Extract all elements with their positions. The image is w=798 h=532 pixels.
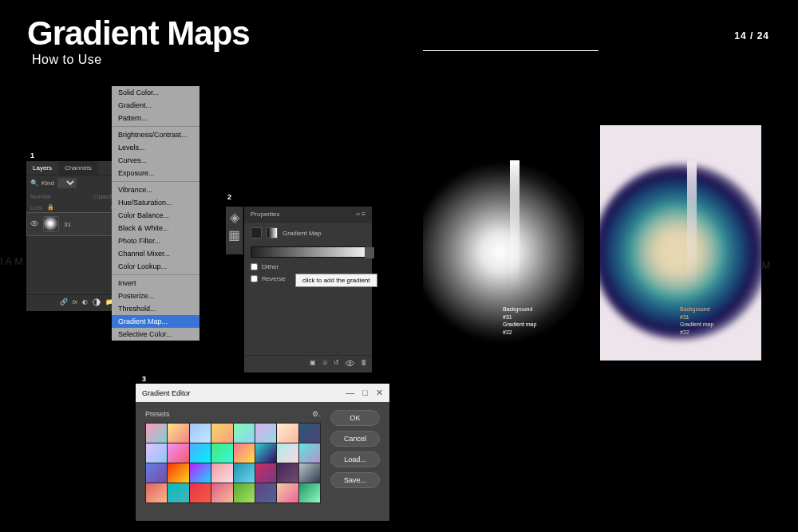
preview-after: after Background #31 Gradient map #22 (600, 125, 761, 361)
clip-icon[interactable]: ▣ (310, 359, 316, 369)
menu-item[interactable]: Posterize... (112, 290, 200, 302)
gradient-swatch[interactable] (190, 424, 211, 443)
layer-name[interactable]: 31 (64, 221, 71, 228)
gradient-swatch[interactable] (234, 443, 255, 463)
adjustment-layer-icon[interactable] (93, 298, 101, 308)
cancel-button[interactable]: Cancel (330, 431, 380, 447)
slit-graphic (687, 160, 697, 290)
divider (423, 50, 598, 51)
gradient-swatch[interactable] (277, 483, 298, 502)
visibility-icon[interactable] (346, 359, 354, 369)
properties-side-tools: ◈ ▦ (226, 207, 243, 254)
menu-item[interactable]: Vibrance... (112, 183, 200, 196)
load-button[interactable]: Load... (330, 451, 380, 467)
tab-channels[interactable]: Channels (58, 161, 98, 175)
gradient-swatch[interactable] (146, 443, 167, 463)
save-button[interactable]: Save... (330, 472, 380, 488)
menu-item[interactable]: Black & White... (112, 222, 200, 234)
ok-button[interactable]: OK (330, 410, 380, 426)
slit-graphic (510, 160, 519, 290)
gear-icon[interactable]: ⚙. (312, 410, 321, 418)
gradient-swatch[interactable] (146, 463, 167, 483)
preview-caption: Background #31 Gradient map #22 (503, 305, 536, 337)
maximize-icon[interactable]: □ (362, 388, 368, 398)
gradient-swatch[interactable] (190, 443, 211, 463)
gradient-swatch[interactable] (299, 483, 320, 502)
tab-layers[interactable]: Layers (26, 161, 58, 175)
gradient-swatch[interactable] (234, 463, 255, 483)
reverse-checkbox[interactable] (251, 275, 258, 282)
menu-item[interactable]: Invert (112, 277, 200, 290)
blend-mode-select[interactable]: Normal (30, 193, 51, 200)
gradient-swatch[interactable] (277, 424, 298, 443)
gradient-swatch[interactable] (211, 443, 232, 463)
menu-item[interactable]: Channel Mixer... (112, 247, 200, 260)
close-icon[interactable]: ✕ (376, 388, 383, 398)
menu-item[interactable]: Color Balance... (112, 209, 200, 222)
menu-item[interactable]: Gradient Map... (112, 315, 200, 328)
menu-item[interactable]: Brightness/Contrast... (112, 128, 200, 141)
gradient-swatch[interactable] (168, 443, 188, 463)
gradient-swatch[interactable] (277, 443, 298, 463)
adjustment-context-menu: Solid Color...Gradient...Pattern...Brigh… (112, 86, 200, 341)
menu-item[interactable]: Levels... (112, 141, 200, 154)
dialog-title: Gradient Editor (142, 389, 191, 397)
page-subtitle: How to Use (32, 53, 102, 67)
gradient-swatch[interactable] (190, 463, 211, 483)
gradient-picker[interactable] (251, 246, 365, 258)
gradient-swatch[interactable] (146, 424, 167, 443)
mask-icon[interactable]: ◐ (82, 298, 88, 308)
gradient-swatch[interactable] (211, 463, 232, 483)
gradient-swatch[interactable] (299, 424, 320, 443)
gradient-swatch[interactable] (146, 483, 167, 502)
properties-panel: Properties ‹‹ ≡ Gradient Map Dither Reve… (244, 207, 372, 372)
menu-item[interactable]: Solid Color... (112, 86, 200, 99)
view-previous-icon[interactable]: ⦾ (322, 359, 327, 369)
menu-item[interactable]: Curves... (112, 154, 200, 167)
gradient-swatch[interactable] (255, 424, 276, 443)
menu-item[interactable]: Exposure... (112, 167, 200, 179)
eye-icon[interactable] (30, 219, 38, 229)
gradient-swatch[interactable] (168, 463, 188, 483)
menu-item[interactable]: Photo Filter... (112, 234, 200, 247)
minimize-icon[interactable]: — (346, 388, 354, 398)
gradient-swatch[interactable] (299, 443, 320, 463)
menu-item[interactable]: Hue/Saturation... (112, 196, 200, 209)
reset-icon[interactable]: ↺ (334, 359, 339, 369)
menu-item[interactable]: Gradient... (112, 99, 200, 112)
mask-thumb-icon (267, 227, 278, 238)
gradient-swatch[interactable] (211, 424, 232, 443)
kind-label: Kind (41, 179, 54, 187)
gradient-swatch[interactable] (168, 424, 188, 443)
dither-checkbox[interactable] (251, 263, 258, 270)
menu-item[interactable]: Selective Color... (112, 328, 200, 341)
presets-label: Presets (145, 410, 170, 418)
gradient-swatch[interactable] (255, 463, 276, 483)
gradient-swatch[interactable] (277, 463, 298, 483)
gradient-swatch[interactable] (255, 443, 276, 463)
properties-title: Properties (251, 211, 279, 218)
kind-select[interactable] (57, 178, 77, 188)
menu-item[interactable]: Color Lookup... (112, 260, 200, 273)
lock-label: Lock: (30, 205, 44, 211)
gradient-swatch[interactable] (234, 483, 255, 502)
search-icon: 🔍 (30, 179, 38, 187)
tool-icon[interactable]: ◈ (227, 210, 242, 224)
tooltip: click to add the gradient (295, 274, 377, 287)
collapse-icon[interactable]: ‹‹ ≡ (356, 211, 365, 218)
gradient-swatch[interactable] (255, 483, 276, 502)
gradient-swatch[interactable] (211, 483, 232, 502)
preview-caption: Background #31 Gradient map #22 (680, 305, 713, 337)
trash-icon[interactable]: 🗑 (361, 359, 367, 369)
preview-before: before Background #31 Gradient map #22 (423, 125, 584, 361)
gradient-swatch[interactable] (168, 483, 188, 502)
link-icon[interactable]: 🔗 (60, 298, 68, 308)
menu-item[interactable]: Pattern... (112, 112, 200, 124)
fx-icon[interactable]: fx (73, 298, 77, 308)
gradient-swatch[interactable] (299, 463, 320, 483)
tool-icon[interactable]: ▦ (227, 227, 242, 242)
menu-item[interactable]: Threshold... (112, 302, 200, 315)
gradient-swatch[interactable] (234, 424, 255, 443)
gradient-swatch[interactable] (190, 483, 211, 502)
lock-icon[interactable]: 🔒 (47, 204, 54, 211)
